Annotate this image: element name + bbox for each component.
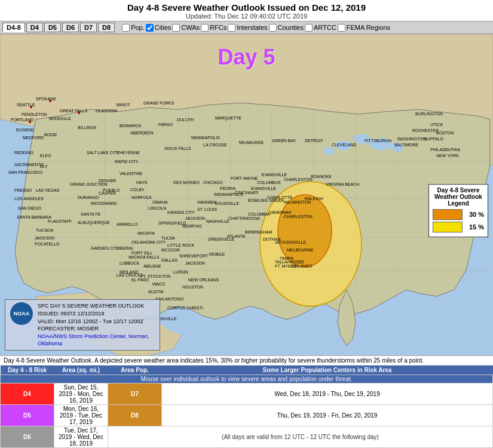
d8-dates: Thu, Dec 19, 2019 - Fri, Dec 20, 2019 (162, 405, 493, 426)
risk-table: Day 4 - 8 Risk Area (sq. mi.) Area Pop. … (0, 366, 493, 448)
d4-label: D4 (1, 383, 54, 405)
noaa-info-box: NOAA SPC DAY 5 SEVERE WEATHER OUTLOOK IS… (5, 299, 160, 351)
legend-box: Day 4-8 SevereWeather OutlookLegend 30 %… (428, 184, 488, 237)
toolbar: D4-8 D4 D5 D6 D7 D8 Pop. Cities CWAs RFC… (0, 21, 493, 34)
main-container: Day 4-8 Severe Weather Outlook Issued on… (0, 0, 493, 448)
description-bar: Day 4-8 Severe Weather Outlook. A depict… (0, 356, 493, 366)
col-header-pop: Area Pop. (108, 366, 162, 375)
col-header-area: Area (sq. mi.) (54, 366, 108, 375)
rfcs-checkbox[interactable] (201, 24, 209, 32)
cities-checkbox[interactable] (146, 24, 154, 32)
noaa-logo-text: NOAA (14, 311, 30, 317)
d6-label: D6 (1, 426, 54, 448)
checkbox-rfcs[interactable]: RFCs (201, 24, 226, 32)
checkbox-cwas[interactable]: CWAs (172, 24, 200, 32)
mouse-over-text: Mouse over individual outlook to view se… (1, 375, 493, 383)
noaa-line4: FORECASTER: MOSIER (38, 325, 155, 333)
checkbox-interstates[interactable]: Interstates (228, 24, 267, 32)
map-area: Day 5 SEATTLE SPOKANE PORTLAND GREAT FAL… (0, 34, 493, 355)
counties-checkbox[interactable] (269, 24, 277, 32)
legend-swatch-30 (433, 209, 463, 220)
legend-item-15: 15 % (433, 222, 484, 232)
description-text: Day 4-8 Severe Weather Outlook. A depict… (4, 357, 424, 364)
day-btn-d6[interactable]: D6 (62, 23, 79, 32)
day-btn-d4[interactable]: D4 (26, 23, 43, 32)
noaa-line5: NOAA/NWS Storm Prediction Center, Norman… (38, 333, 155, 348)
svg-point-14 (278, 195, 332, 267)
day-btn-d8[interactable]: D8 (98, 23, 115, 32)
fema-checkbox[interactable] (338, 24, 345, 32)
d5-dates: Mon, Dec 16, 2019 - Tue, Dec 17, 2019 (54, 405, 108, 426)
table-row-d6: D6 Tue, Dec 17, 2019 - Wed, Dec 18, 2019… (1, 426, 493, 448)
noaa-logo: NOAA (10, 302, 33, 325)
checkbox-pop[interactable]: Pop. (122, 24, 145, 32)
legend-label-15: 15 % (469, 223, 484, 231)
checkbox-cities[interactable]: Cities (146, 24, 172, 32)
noaa-line2: ISSUED: 0937Z 12/12/2019 (38, 310, 155, 318)
legend-item-30: 30 % (433, 209, 484, 220)
day-btn-d5[interactable]: D5 (44, 23, 61, 32)
table-row-d5: D5 Mon, Dec 16, 2019 - Tue, Dec 17, 2019… (1, 405, 493, 426)
interstates-checkbox[interactable] (228, 24, 235, 32)
noaa-line1: SPC DAY 5 SEVERE WEATHER OUTLOOK (38, 302, 155, 310)
d7-dates: Wed, Dec 18, 2019 - Thu, Dec 19, 2019 (162, 383, 493, 405)
pop-checkbox[interactable] (122, 24, 130, 32)
page-title: Day 4-8 Severe Weather Outlook Issued on… (0, 2, 493, 13)
checkbox-counties[interactable]: Counties (269, 24, 304, 32)
d6-note: (All days are valid from 12 UTC - 12 UTC… (108, 426, 493, 448)
cwas-checkbox[interactable] (172, 24, 180, 32)
col-header-centers: Some Larger Population Centers in Risk A… (162, 366, 493, 375)
col-header-risk: Day 4 - 8 Risk (1, 366, 54, 375)
d6-dates: Tue, Dec 17, 2019 - Wed, Dec 18, 2019 (54, 426, 108, 448)
title-area: Day 4-8 Severe Weather Outlook Issued on… (0, 0, 493, 21)
table-row-d4: D4 Sun, Dec 15, 2019 - Mon, Dec 16, 2019… (1, 383, 493, 405)
artcc-checkbox[interactable] (305, 24, 313, 32)
checkbox-fema[interactable]: FEMA Regions (338, 24, 390, 32)
checkbox-artcc[interactable]: ARTCC (305, 24, 336, 32)
legend-title: Day 4-8 SevereWeather OutlookLegend (433, 187, 484, 207)
day-btn-d7[interactable]: D7 (80, 23, 97, 32)
updated-text: Updated: Thu Dec 12 09:40:02 UTC 2019 (0, 13, 493, 20)
legend-label-30: 30 % (469, 211, 484, 218)
day-btn-d48[interactable]: D4-8 (2, 23, 25, 32)
bottom-area: Day 4-8 Severe Weather Outlook. A depict… (0, 355, 493, 448)
noaa-text-block: SPC DAY 5 SEVERE WEATHER OUTLOOK ISSUED:… (38, 302, 155, 348)
legend-swatch-15 (433, 222, 463, 232)
noaa-line3: VALID: Mon 12/16 1200Z - Tue 12/17 1200Z (38, 318, 155, 326)
d5-label: D5 (1, 405, 54, 426)
d8-label: D8 (108, 405, 162, 426)
d7-label: D7 (108, 383, 162, 405)
d4-dates: Sun, Dec 15, 2019 - Mon, Dec 16, 2019 (54, 383, 108, 405)
